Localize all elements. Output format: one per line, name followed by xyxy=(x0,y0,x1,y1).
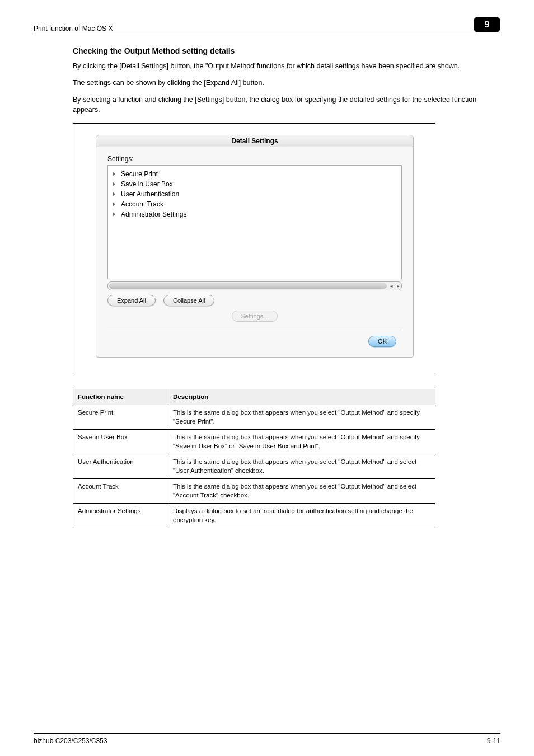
page-footer: bizhub C203/C253/C353 9-11 xyxy=(34,733,500,745)
table-cell-desc: This is the same dialog box that appears… xyxy=(168,430,435,454)
collapse-all-button[interactable]: Collapse All xyxy=(163,295,214,306)
paragraph-2: The settings can be shown by clicking th… xyxy=(73,78,500,88)
paragraph-3: By selecting a function and clicking the… xyxy=(73,95,500,115)
disclosure-triangle-icon[interactable] xyxy=(113,172,115,176)
list-item-label: Account Track xyxy=(121,200,163,208)
section-heading: Checking the Output Method setting detai… xyxy=(73,46,500,55)
list-item[interactable]: Administrator Settings xyxy=(113,209,397,219)
header-breadcrumb: Print function of Mac OS X xyxy=(34,25,113,32)
table-row: User Authentication This is the same dia… xyxy=(73,454,435,479)
disclosure-triangle-icon[interactable] xyxy=(113,202,115,206)
table-cell-name: Account Track xyxy=(73,479,168,504)
footer-page-number: 9-11 xyxy=(487,737,500,745)
list-item[interactable]: User Authentication xyxy=(113,189,397,199)
list-item[interactable]: Save in User Box xyxy=(113,179,397,189)
horizontal-scrollbar[interactable]: ◂ ▸ xyxy=(107,281,402,290)
list-item-label: Secure Print xyxy=(121,170,158,178)
table-row: Administrator Settings Displays a dialog… xyxy=(73,504,435,528)
settings-list-label: Settings: xyxy=(107,155,402,163)
list-item[interactable]: Secure Print xyxy=(113,169,397,179)
description-table: Function name Description Secure Print T… xyxy=(73,389,435,529)
list-item-label: Administrator Settings xyxy=(121,210,186,218)
table-cell-desc: Displays a dialog box to set an input di… xyxy=(168,504,435,528)
paragraph-1: By clicking the [Detail Settings] button… xyxy=(73,61,500,71)
dialog-separator xyxy=(107,330,402,330)
table-row: Account Track This is the same dialog bo… xyxy=(73,479,435,504)
header-rule xyxy=(34,35,500,35)
table-cell-desc: This is the same dialog box that appears… xyxy=(168,479,435,504)
detail-settings-dialog: Detail Settings Settings: Secure Print S… xyxy=(96,135,414,358)
table-cell-name: User Authentication xyxy=(73,454,168,479)
disclosure-triangle-icon[interactable] xyxy=(113,192,115,196)
footer-model: bizhub C203/C253/C353 xyxy=(34,737,107,745)
table-cell-name: Administrator Settings xyxy=(73,504,168,528)
expand-all-button[interactable]: Expand All xyxy=(107,295,156,306)
chapter-badge: 9 xyxy=(474,17,500,32)
table-cell-desc: This is the same dialog box that appears… xyxy=(168,454,435,479)
disclosure-triangle-icon[interactable] xyxy=(113,212,115,217)
list-item[interactable]: Account Track xyxy=(113,199,397,209)
table-header-description: Description xyxy=(168,389,435,405)
scroll-right-icon[interactable]: ▸ xyxy=(395,283,401,289)
scroll-left-icon[interactable]: ◂ xyxy=(388,283,395,289)
table-row: Save in User Box This is the same dialog… xyxy=(73,430,435,454)
list-item-label: Save in User Box xyxy=(121,180,173,188)
ok-button[interactable]: OK xyxy=(368,336,396,347)
settings-button: Settings... xyxy=(232,311,278,322)
scrollbar-thumb[interactable] xyxy=(109,283,387,289)
settings-list[interactable]: Secure Print Save in User Box User Authe… xyxy=(107,165,402,279)
table-header-function: Function name xyxy=(73,389,168,405)
table-row: Secure Print This is the same dialog box… xyxy=(73,405,435,430)
table-cell-name: Secure Print xyxy=(73,405,168,430)
table-cell-name: Save in User Box xyxy=(73,430,168,454)
list-item-label: User Authentication xyxy=(121,190,179,198)
dialog-title: Detail Settings xyxy=(96,135,413,147)
dialog-screenshot-frame: Detail Settings Settings: Secure Print S… xyxy=(73,123,435,372)
table-cell-desc: This is the same dialog box that appears… xyxy=(168,405,435,430)
disclosure-triangle-icon[interactable] xyxy=(113,182,115,186)
